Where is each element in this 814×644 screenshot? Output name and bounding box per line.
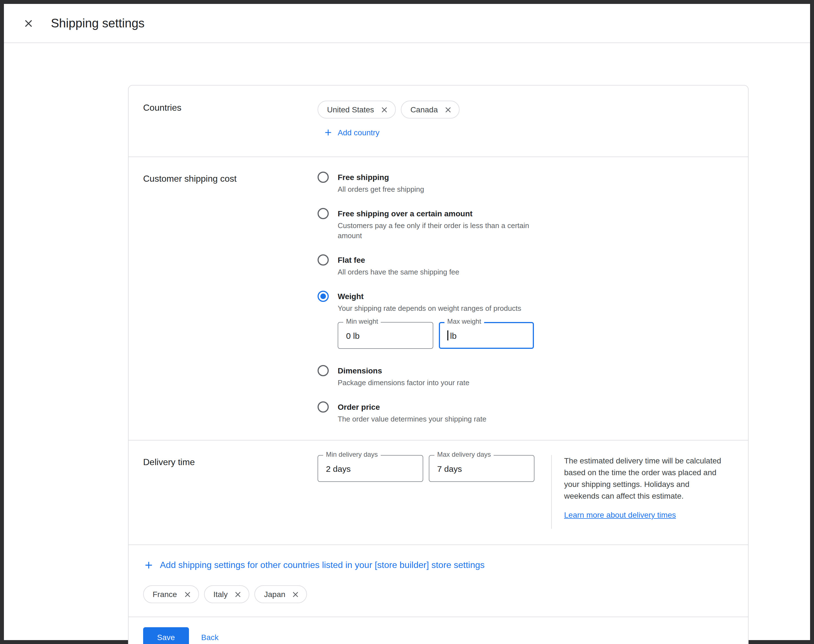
option-title: Flat fee (338, 255, 459, 265)
delivery-time-label: Delivery time (143, 455, 317, 529)
save-button[interactable]: Save (143, 627, 189, 644)
delivery-fields: Min delivery days Max delivery days (317, 455, 535, 529)
add-other-countries-button[interactable]: Add shipping settings for other countrie… (143, 560, 485, 571)
country-chip-france: France (143, 585, 199, 603)
radio-dimensions[interactable] (317, 365, 329, 376)
other-countries-section: Add shipping settings for other countrie… (129, 544, 748, 616)
min-delivery-field: Min delivery days (317, 455, 423, 529)
radio-free-over-amount[interactable] (317, 208, 329, 219)
max-delivery-input[interactable] (429, 455, 535, 482)
country-chip-canada: Canada (401, 101, 460, 118)
min-weight-input[interactable] (338, 322, 433, 349)
max-delivery-field: Max delivery days (429, 455, 535, 529)
radio-order-price[interactable] (317, 402, 329, 412)
footer-actions: Save Back (129, 616, 748, 644)
min-delivery-label: Min delivery days (323, 451, 380, 458)
top-bar: Shipping settings (4, 4, 810, 43)
option-description: Your shipping rate depends on weight ran… (338, 304, 534, 314)
shipping-option-flat-fee[interactable]: Flat fee All orders have the same shippi… (317, 255, 535, 277)
add-other-countries-label: Add shipping settings for other countrie… (160, 560, 485, 570)
option-description: Package dimensions factor into your rate (338, 378, 469, 388)
option-description: Customers pay a fee only if their order … (338, 221, 535, 241)
country-chip-label: Japan (264, 590, 285, 599)
option-title: Dimensions (338, 365, 469, 376)
shipping-option-weight[interactable]: Weight Your shipping rate depends on wei… (317, 291, 535, 352)
other-country-chip-row: France Italy Japan (143, 585, 733, 603)
shipping-option-dimensions[interactable]: Dimensions Package dimensions factor int… (317, 365, 535, 388)
remove-country-icon[interactable] (290, 589, 301, 600)
country-chip-united-states: United States (317, 101, 396, 118)
countries-label: Countries (143, 101, 317, 140)
shipping-cost-section: Customer shipping cost Free shipping All… (129, 156, 748, 440)
option-title: Order price (338, 402, 486, 412)
remove-country-icon[interactable] (443, 104, 454, 115)
text-caret (447, 330, 448, 340)
option-title: Free shipping over a certain amount (338, 208, 535, 219)
remove-country-icon[interactable] (379, 104, 390, 115)
delivery-help-text: The estimated delivery time will be calc… (564, 455, 725, 502)
delivery-help: The estimated delivery time will be calc… (564, 455, 725, 529)
option-description: All orders have the same shipping fee (338, 267, 459, 277)
country-chip-label: Canada (410, 105, 438, 114)
shipping-option-order-price[interactable]: Order price The order value determines y… (317, 402, 535, 424)
shipping-settings-window: Shipping settings Countries United State… (0, 0, 814, 644)
max-delivery-label: Max delivery days (434, 451, 494, 458)
plus-icon (323, 127, 333, 138)
remove-country-icon[interactable] (182, 589, 193, 600)
max-weight-input[interactable] (439, 322, 534, 349)
min-weight-label: Min weight (343, 318, 381, 325)
shipping-cost-label: Customer shipping cost (143, 172, 317, 424)
close-icon[interactable] (21, 15, 36, 31)
add-country-label: Add country (338, 128, 379, 137)
remove-country-icon[interactable] (233, 589, 244, 600)
radio-flat-fee[interactable] (317, 255, 329, 265)
add-country-button[interactable]: Add country (323, 127, 379, 138)
option-title: Weight (338, 291, 534, 302)
countries-content: United States Canada (317, 101, 460, 140)
country-chip-label: United States (327, 105, 374, 114)
plus-icon (143, 560, 154, 571)
shipping-option-free-shipping[interactable]: Free shipping All orders get free shippi… (317, 172, 535, 195)
country-chip-label: Italy (213, 590, 228, 599)
page-title: Shipping settings (51, 16, 144, 31)
countries-section: Countries United States Canada (129, 86, 748, 156)
option-description: The order value determines your shipping… (338, 414, 486, 424)
back-button[interactable]: Back (201, 633, 219, 642)
shipping-cost-options: Free shipping All orders get free shippi… (317, 172, 535, 424)
shipping-settings-card: Countries United States Canada (128, 85, 749, 644)
radio-free-shipping[interactable] (317, 172, 329, 183)
option-description: All orders get free shipping (338, 184, 424, 195)
max-weight-label: Max weight (445, 318, 484, 325)
weight-fields: Min weight Max weight (338, 322, 534, 349)
country-chip-italy: Italy (204, 585, 249, 603)
country-chip-label: France (153, 590, 177, 599)
country-chip-japan: Japan (254, 585, 307, 603)
option-title: Free shipping (338, 172, 424, 183)
max-weight-field: Max weight (439, 322, 534, 349)
shipping-option-free-over-amount[interactable]: Free shipping over a certain amount Cust… (317, 208, 535, 241)
min-weight-field: Min weight (338, 322, 433, 349)
min-delivery-input[interactable] (317, 455, 423, 482)
vertical-divider (551, 455, 552, 529)
radio-weight[interactable] (317, 291, 329, 302)
delivery-time-section: Delivery time Min delivery days Max deli… (129, 440, 748, 544)
country-chip-row: United States Canada (317, 101, 460, 118)
delivery-times-link[interactable]: Learn more about delivery times (564, 509, 676, 521)
